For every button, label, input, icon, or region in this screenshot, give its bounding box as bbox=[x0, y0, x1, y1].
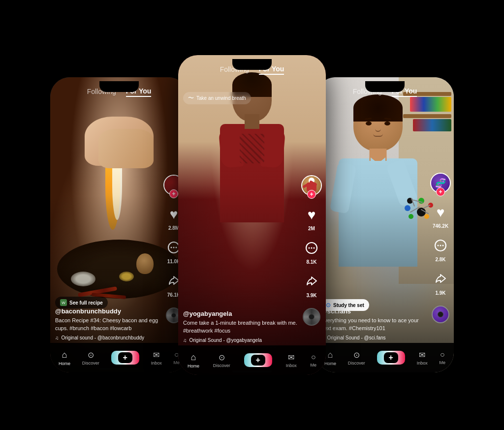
nav-me-center[interactable]: ○ Me bbox=[311, 353, 317, 368]
discover-icon-right: ⊙ bbox=[353, 350, 360, 360]
like-btn-right[interactable]: ♥ 746.2K bbox=[431, 203, 450, 229]
sound-info-left[interactable]: ♫ Original sound - @baconbrunchbuddy bbox=[55, 335, 161, 340]
nav-plus-center[interactable]: + bbox=[244, 353, 272, 367]
nav-home-center[interactable]: ⌂ Home bbox=[188, 352, 199, 369]
home-icon-right: ⌂ bbox=[327, 350, 333, 360]
svg-point-7 bbox=[314, 247, 315, 249]
home-icon-center: ⌂ bbox=[190, 352, 196, 363]
svg-point-11 bbox=[442, 245, 444, 246]
username-right[interactable]: @sci.fans bbox=[321, 307, 427, 315]
svg-point-10 bbox=[440, 245, 441, 246]
nav-discover-center[interactable]: ⊙ Discover bbox=[213, 353, 230, 368]
inbox-label-right: Inbox bbox=[417, 361, 428, 366]
like-count-left: 2.8M bbox=[168, 225, 179, 231]
sound-info-right[interactable]: ♫ Original Sound - @sci.fans bbox=[321, 335, 427, 340]
sound-text-right: Original Sound - @sci.fans bbox=[327, 335, 386, 340]
notch-right bbox=[365, 81, 405, 92]
inbox-icon-left: ✉ bbox=[153, 350, 159, 360]
music-icon-left: ♫ bbox=[55, 335, 59, 340]
sound-info-center[interactable]: ♫ Original Sound - @yogabyangela bbox=[183, 338, 299, 343]
nav-plus-left[interactable]: + bbox=[111, 351, 139, 365]
bottom-info-left: @baconbrunchbuddy Bacon Recipe #34: Chee… bbox=[55, 307, 161, 340]
notch-center bbox=[232, 59, 272, 70]
discover-icon-center: ⊙ bbox=[219, 353, 225, 362]
svg-point-2 bbox=[173, 247, 175, 248]
heart-icon-center: ♥ bbox=[302, 206, 321, 224]
bottom-nav-left: ⌂ Home ⊙ Discover + ✉ Inbox ○ bbox=[50, 343, 188, 372]
svg-point-9 bbox=[438, 245, 439, 246]
nav-plus-right[interactable]: + bbox=[377, 351, 405, 365]
nav-inbox-left[interactable]: ✉ Inbox bbox=[151, 350, 162, 366]
discover-label-left: Discover bbox=[82, 361, 99, 366]
caption-center: Come take a 1-minute breathing break wit… bbox=[183, 319, 299, 335]
phone-center: Following For You 〜 Take an unwind breat… bbox=[178, 55, 326, 375]
sound-disc-inner-left bbox=[171, 313, 176, 318]
sound-text-left: Original sound - @baconbrunchbuddy bbox=[62, 335, 145, 340]
recipe-icon-left: W bbox=[60, 299, 67, 306]
bottom-nav-center: ⌂ Home ⊙ Discover + ✉ Inbox ○ bbox=[178, 345, 326, 375]
svg-point-1 bbox=[171, 247, 172, 248]
recipe-badge-left[interactable]: W See full recipe bbox=[55, 297, 108, 308]
nav-inbox-center[interactable]: ✉ Inbox bbox=[286, 353, 297, 368]
nav-inbox-right[interactable]: ✉ Inbox bbox=[417, 350, 428, 366]
inbox-label-center: Inbox bbox=[286, 363, 297, 368]
nav-me-right[interactable]: ○ Me bbox=[440, 350, 446, 365]
study-badge-text-right: Study the set bbox=[333, 303, 364, 308]
username-left[interactable]: @baconbrunchbuddy bbox=[55, 307, 161, 315]
phone-left: Following For You + ♥ 2.8M bbox=[50, 77, 188, 372]
comment-btn-center[interactable]: 8.1K bbox=[302, 239, 321, 265]
heart-icon-right: ♥ bbox=[431, 203, 450, 222]
caption-right: Everything you need to know to ace your … bbox=[321, 317, 427, 332]
screen-left: Following For You + ♥ 2.8M bbox=[50, 77, 188, 372]
follow-btn-left[interactable]: + bbox=[169, 189, 178, 198]
plus-btn-center[interactable]: + bbox=[244, 353, 272, 367]
plus-btn-left[interactable]: + bbox=[111, 351, 139, 365]
bottom-info-center: @yogabyangela Come take a 1-minute breat… bbox=[183, 310, 299, 343]
share-icon-right bbox=[431, 270, 450, 289]
music-icon-center: ♫ bbox=[183, 338, 187, 343]
comment-count-right: 2.8K bbox=[435, 257, 445, 262]
discover-label-center: Discover bbox=[213, 363, 230, 368]
nav-discover-right[interactable]: ⊙ Discover bbox=[348, 350, 365, 366]
me-icon-center: ○ bbox=[311, 353, 316, 362]
breathing-badge-text-center: Take an unwind breath bbox=[196, 95, 246, 101]
sound-disc-right bbox=[432, 306, 449, 323]
plus-btn-right[interactable]: + bbox=[377, 351, 405, 365]
follow-btn-center[interactable]: + bbox=[307, 190, 316, 199]
comment-icon-right bbox=[431, 237, 450, 255]
share-btn-right[interactable]: 1.9K bbox=[431, 270, 450, 296]
inbox-label-left: Inbox bbox=[151, 361, 162, 366]
comment-count-center: 8.1K bbox=[306, 259, 316, 265]
action-sidebar-center: + ♥ 2M bbox=[301, 175, 322, 326]
like-count-right: 746.2K bbox=[433, 223, 448, 229]
like-btn-center[interactable]: ♥ 2M bbox=[302, 206, 321, 231]
like-count-center: 2M bbox=[308, 226, 315, 231]
follow-btn-right[interactable]: + bbox=[436, 187, 445, 196]
me-label-center: Me bbox=[311, 363, 317, 368]
share-icon-center bbox=[302, 273, 321, 291]
home-label-right: Home bbox=[324, 361, 336, 366]
comment-btn-right[interactable]: 2.8K bbox=[431, 237, 450, 262]
bottom-info-right: @sci.fans Everything you need to know to… bbox=[321, 307, 427, 340]
action-sidebar-right: 🧬 + ♥ 746.2K bbox=[430, 173, 451, 323]
svg-point-3 bbox=[176, 247, 177, 248]
nav-home-left[interactable]: ⌂ Home bbox=[59, 350, 70, 366]
me-label-right: Me bbox=[440, 360, 446, 365]
breathe-icon-center: 〜 bbox=[188, 94, 194, 102]
share-count-center: 3.9K bbox=[306, 293, 316, 298]
breathing-badge-center[interactable]: 〜 Take an unwind breath bbox=[183, 92, 251, 104]
avatar-container-right: 🧬 + bbox=[430, 173, 451, 193]
phones-container: Following For You + ♥ 2.8M bbox=[0, 0, 504, 430]
screen-right: Following For You 🧬 + ♥ bbox=[316, 77, 454, 372]
recipe-badge-text-left: See full recipe bbox=[69, 300, 103, 306]
home-label-left: Home bbox=[59, 361, 70, 366]
comment-icon-center bbox=[302, 239, 321, 258]
username-center[interactable]: @yogabyangela bbox=[183, 310, 299, 317]
inbox-icon-center: ✉ bbox=[288, 353, 294, 362]
nav-home-right[interactable]: ⌂ Home bbox=[324, 350, 336, 366]
sound-disc-center bbox=[303, 308, 320, 326]
share-btn-center[interactable]: 3.9K bbox=[302, 273, 321, 298]
screen-center: Following For You 〜 Take an unwind breat… bbox=[178, 55, 326, 375]
plus-btn-inner-left: + bbox=[118, 352, 132, 363]
nav-discover-left[interactable]: ⊙ Discover bbox=[82, 350, 99, 366]
